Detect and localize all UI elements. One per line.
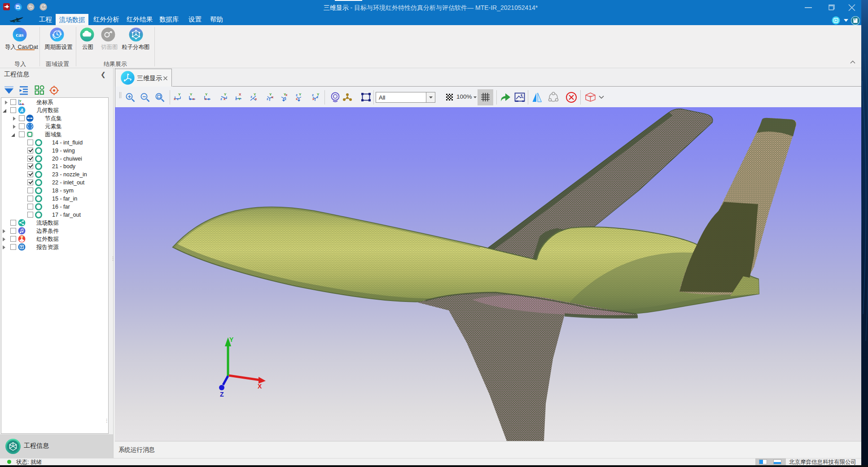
svg-text:Y: Y bbox=[190, 92, 193, 96]
svg-text:z: z bbox=[189, 97, 191, 101]
svg-text:x: x bbox=[272, 95, 274, 99]
svg-text:A: A bbox=[20, 108, 24, 113]
svg-text:X: X bbox=[239, 92, 241, 96]
svg-text:X: X bbox=[258, 383, 262, 390]
svg-text:z: z bbox=[235, 97, 237, 101]
svg-text:x: x bbox=[312, 97, 315, 101]
svg-text:z: z bbox=[312, 93, 314, 97]
svg-text:x: x bbox=[193, 97, 195, 101]
svg-text:z: z bbox=[285, 97, 286, 101]
svg-text:z: z bbox=[208, 97, 210, 101]
svg-text:x: x bbox=[255, 97, 257, 101]
svg-text:Y: Y bbox=[238, 97, 241, 101]
svg-text:x: x bbox=[296, 97, 298, 101]
svg-text:cas: cas bbox=[16, 31, 23, 38]
svg-text:z: z bbox=[267, 97, 268, 101]
svg-text:Y: Y bbox=[229, 336, 234, 343]
svg-text:Y: Y bbox=[254, 92, 256, 96]
svg-text:Y: Y bbox=[205, 92, 208, 96]
svg-text:Y: Y bbox=[299, 92, 302, 96]
svg-text:x: x bbox=[205, 97, 207, 101]
svg-text:z: z bbox=[250, 95, 252, 99]
svg-text:Y: Y bbox=[178, 92, 181, 96]
svg-text:z: z bbox=[20, 102, 22, 105]
svg-text:Y: Y bbox=[224, 92, 227, 96]
svg-text:x: x bbox=[174, 97, 176, 101]
svg-text:z: z bbox=[296, 93, 298, 97]
svg-text:Y: Y bbox=[317, 92, 320, 96]
svg-text:x: x bbox=[285, 93, 288, 97]
svg-text:Z: Z bbox=[220, 391, 224, 398]
svg-text:x: x bbox=[224, 97, 226, 101]
svg-text:x: x bbox=[22, 102, 24, 105]
svg-text:z: z bbox=[177, 97, 179, 101]
svg-text:z: z bbox=[220, 97, 222, 101]
